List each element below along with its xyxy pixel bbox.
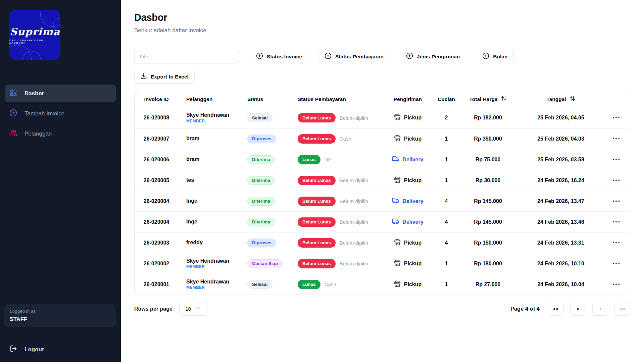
row-actions-button[interactable]: ···: [612, 198, 621, 205]
table-row: 26-020003 freddy Diproses Belum Lunas Be…: [135, 232, 630, 253]
shipping-cell: Pickup: [380, 135, 436, 143]
status-badge: Cucian Siap: [247, 259, 283, 268]
customer-name: Inge: [186, 198, 197, 204]
dashboard-grid-icon: [9, 89, 17, 98]
export-to-excel-button[interactable]: Export to Excel: [134, 70, 195, 84]
truck-icon: [392, 218, 399, 226]
status-cell: Diterima: [243, 155, 290, 164]
filter-jenis-pengiriman-button[interactable]: Jenis Pengiriman: [400, 50, 466, 63]
actions-cell: ···: [602, 218, 630, 226]
logged-in-role: STAFF: [10, 316, 110, 322]
payment-method-label: Belum dipilih: [340, 177, 368, 183]
filter-input[interactable]: [134, 50, 240, 63]
customer-cell: Skye Hendrawan MEMBER: [178, 279, 243, 290]
filter-status-pembayaran-button[interactable]: Status Pembayaran: [318, 50, 390, 63]
row-actions-button[interactable]: ···: [612, 114, 621, 121]
shipping-cell: Pickup: [380, 280, 436, 289]
brand-name: Suprima: [10, 26, 60, 38]
rows-per-page-label: Rows per page: [134, 306, 172, 312]
row-actions-button[interactable]: ···: [612, 260, 621, 267]
actions-cell: ···: [602, 260, 630, 267]
shipping-cell: Delivery: [380, 155, 436, 164]
col-header-pelanggan: Pelanggan: [178, 96, 243, 102]
sidebar-item-dasbor[interactable]: Dasbor: [5, 85, 116, 102]
page-status: Page 4 of 4: [510, 306, 540, 312]
customer-name: bram: [186, 136, 199, 142]
table-footer: Rows per page 10 Page 4 of 4 << < > >>: [134, 302, 630, 316]
sidebar-item-pelanggan[interactable]: Pelanggan: [5, 125, 116, 143]
member-badge: MEMBER: [186, 264, 205, 269]
status-badge: Diproses: [247, 135, 276, 143]
col-header-total-harga[interactable]: Total Harga: [457, 96, 519, 103]
sort-icon: [569, 96, 575, 103]
rows-per-page-select[interactable]: 10: [179, 302, 207, 316]
row-actions-button[interactable]: ···: [612, 156, 621, 163]
customer-name: Skye Hendrawan: [186, 112, 229, 118]
total-harga-cell: Rp 30.000: [457, 177, 519, 184]
cucian-cell: 1: [436, 177, 457, 184]
invoice-table: Invoice ID Pelanggan Status Status Pemba…: [134, 91, 630, 295]
filter-status-invoice-button[interactable]: Status Invoice: [250, 50, 308, 63]
tanggal-cell: 25 Feb 2026, 04.05: [519, 115, 602, 121]
row-actions-button[interactable]: ···: [612, 281, 621, 288]
status-badge: Diproses: [247, 239, 276, 247]
next-page-button[interactable]: >: [592, 302, 608, 316]
table-row: 26-020006 bram Diterima Lunas DP: [135, 149, 630, 170]
table-row: 26-020008 Skye Hendrawan MEMBER Selesai …: [135, 107, 630, 128]
store-icon: [394, 260, 401, 268]
row-actions-button[interactable]: ···: [612, 135, 621, 143]
last-page-button[interactable]: >>: [614, 302, 630, 316]
sidebar-item-tambah-invoice[interactable]: Tambah Invoice: [5, 105, 116, 122]
payment-status-badge: Lunas: [298, 155, 320, 164]
payment-method-label: Cash: [325, 281, 336, 287]
cucian-cell: 1: [436, 136, 457, 142]
customer-name: tes: [186, 177, 194, 183]
logged-in-label: Logged in as: [10, 309, 110, 314]
payment-cell: Belum Lunas Belum dipilih: [290, 197, 380, 206]
truck-icon: [392, 197, 399, 205]
first-page-button[interactable]: <<: [548, 302, 564, 316]
rows-per-page-value: 10: [185, 306, 191, 312]
payment-method-label: Belum dipilih: [340, 219, 368, 225]
status-badge: Diterima: [247, 155, 275, 164]
filter-button-label: Status Pembayaran: [335, 54, 384, 60]
row-actions-button[interactable]: ···: [612, 218, 621, 226]
col-header-tanggal[interactable]: Tanggal: [519, 96, 602, 103]
status-badge: Diterima: [247, 176, 275, 185]
shipping-cell: Pickup: [380, 176, 436, 185]
cucian-cell: 2: [436, 115, 457, 121]
row-actions-button[interactable]: ···: [612, 177, 621, 184]
payment-cell: Belum Lunas Belum dipilih: [290, 238, 380, 248]
status-cell: Diterima: [243, 197, 290, 206]
logout-button[interactable]: Logout: [10, 345, 44, 354]
prev-page-button[interactable]: <: [570, 302, 586, 316]
status-badge: Selesai: [247, 113, 273, 122]
tanggal-cell: 25 Feb 2026, 04.03: [519, 136, 602, 142]
payment-method-label: Belum dipilih: [340, 198, 368, 204]
payment-status-badge: Lunas: [298, 280, 320, 289]
invoice-id-cell: 26-020003: [135, 240, 178, 246]
payment-method-label: Belum dipilih: [340, 261, 368, 266]
invoice-id-cell: 26-020004: [135, 198, 178, 204]
payment-status-badge: Belum Lunas: [298, 238, 336, 248]
circle-plus-icon: [406, 52, 413, 61]
col-header-pengiriman: Pengiriman: [380, 96, 436, 102]
customer-cell: tes: [178, 177, 243, 183]
member-badge: MEMBER: [186, 285, 205, 290]
sidebar-item-label: Dasbor: [24, 90, 44, 97]
total-harga-cell: Rp 150.000: [457, 240, 519, 246]
shipping-cell: Pickup: [380, 260, 436, 268]
store-icon: [394, 114, 401, 122]
tanggal-cell: 25 Feb 2026, 03.58: [519, 157, 602, 163]
logout-icon: [10, 345, 17, 354]
row-actions-button[interactable]: ···: [612, 239, 621, 247]
table-row: 26-020004 Inge Diterima Belum Lunas Belu…: [135, 191, 630, 211]
col-header-status: Status: [243, 96, 290, 102]
circle-plus-icon: [9, 109, 17, 118]
payment-status-badge: Belum Lunas: [298, 176, 336, 185]
shipping-label: Pickup: [404, 240, 422, 246]
table-row: 26-020001 Skye Hendrawan MEMBER Selesai …: [135, 274, 630, 295]
actions-cell: ···: [602, 198, 630, 205]
total-harga-cell: Rp 180.000: [457, 261, 519, 267]
filter-bulan-button[interactable]: Bulan: [476, 50, 514, 63]
